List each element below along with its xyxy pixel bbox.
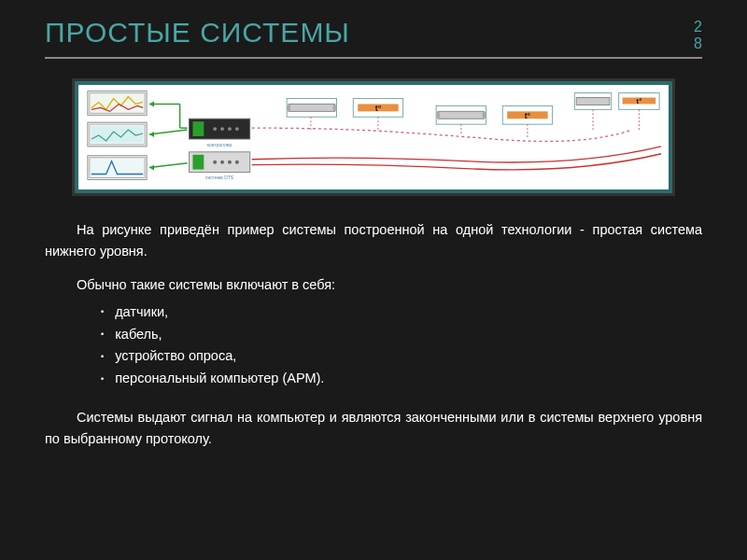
svg-point-9	[213, 127, 217, 131]
svg-line-27	[149, 163, 187, 168]
svg-rect-36	[438, 112, 484, 119]
sensor-label: t°	[637, 98, 642, 106]
diagram-svg: контроллер система DTS	[78, 85, 669, 189]
body-text: На рисунке приведён пример системы постр…	[45, 219, 702, 449]
svg-point-12	[235, 127, 239, 131]
cable-line-2b	[252, 154, 661, 170]
svg-point-37	[436, 112, 440, 119]
sensor-3	[436, 106, 486, 125]
svg-point-32	[333, 105, 337, 112]
bullet-list: датчики, кабель, устройство опроса, перс…	[101, 301, 702, 391]
svg-rect-15	[192, 155, 204, 170]
svg-point-31	[287, 105, 290, 112]
monitor-2	[88, 122, 147, 147]
system-diagram: контроллер система DTS	[75, 81, 672, 193]
polling-device-1: контроллер	[190, 119, 250, 147]
svg-rect-6	[90, 158, 145, 178]
list-item: персональный компьютер (АРМ).	[101, 368, 702, 390]
svg-rect-30	[289, 105, 334, 112]
svg-rect-42	[576, 98, 610, 105]
monitor-1	[88, 91, 147, 116]
svg-marker-28	[149, 165, 154, 171]
cable-line-2a	[252, 147, 661, 162]
svg-point-10	[220, 127, 224, 131]
svg-point-16	[213, 161, 217, 164]
cable-line-1	[252, 128, 632, 141]
sensor-1	[287, 99, 336, 118]
list-item: кабель,	[101, 324, 702, 346]
svg-point-18	[228, 161, 232, 164]
sensor-4: t°	[502, 106, 552, 125]
sensor-6: t°	[619, 93, 659, 110]
svg-line-25	[149, 130, 187, 134]
sensor-5	[574, 93, 612, 110]
page-number: 28	[689, 19, 702, 51]
svg-text:система DTS: система DTS	[205, 176, 234, 181]
sensor-2: t°	[353, 99, 402, 118]
sensor-label: t°	[525, 111, 531, 120]
slide-title: ПРОСТЫЕ СИСТЕМЫ	[45, 17, 350, 49]
svg-point-19	[235, 161, 239, 164]
svg-text:контроллер: контроллер	[207, 143, 233, 147]
slide: ПРОСТЫЕ СИСТЕМЫ 28	[0, 0, 747, 560]
list-item: устройство опроса,	[101, 345, 702, 368]
svg-point-38	[483, 112, 486, 119]
svg-marker-24	[149, 102, 154, 107]
list-item: датчики,	[101, 301, 702, 324]
svg-rect-8	[192, 121, 204, 136]
list-intro: Обычно такие системы включают в себя:	[45, 274, 702, 295]
svg-marker-26	[149, 132, 154, 137]
sensor-label: t°	[375, 105, 382, 114]
polling-device-2: система DTS	[190, 152, 250, 181]
slide-header: ПРОСТЫЕ СИСТЕМЫ 28	[45, 17, 702, 59]
outro-paragraph: Системы выдают сигнал на компьютер и явл…	[45, 407, 702, 449]
monitor-3	[88, 156, 147, 180]
svg-point-11	[228, 127, 232, 131]
intro-paragraph: На рисунке приведён пример системы постр…	[45, 219, 702, 261]
svg-point-17	[220, 161, 224, 164]
